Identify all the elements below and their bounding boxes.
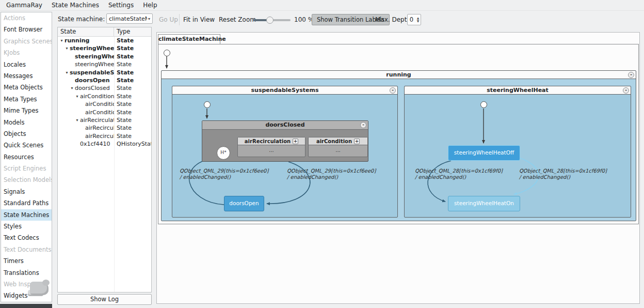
sidebar-item-standard-paths[interactable]: Standard Paths (1, 197, 52, 209)
max-depth-value: 0 (408, 14, 415, 25)
sidebar-item-quick-scenes[interactable]: Quick Scenes (1, 140, 52, 151)
collapse-button[interactable]: - (360, 122, 366, 128)
collapse-button[interactable]: - (623, 87, 629, 94)
tree-row[interactable]: ▾running State (58, 37, 151, 44)
state-tree-table: State Type ▾running State ▾steeringWheel… (57, 27, 152, 292)
transition-label[interactable]: QObject_QML_29[this=0x1cf6ee0] / enabled… (287, 168, 376, 180)
tree-row[interactable]: ▾doorsOpen State (58, 76, 151, 84)
state-diagram-canvas[interactable]: climateStateMachine running - suspendabl… (156, 32, 640, 304)
max-depth-spinbox[interactable]: 0 ▲ ▼ (407, 14, 421, 25)
combobox-value: climateStateMachine (109, 16, 147, 22)
state-running-header[interactable]: running - (162, 71, 636, 79)
chevron-down-icon: ▾ (147, 17, 150, 21)
expand-button[interactable]: + (354, 138, 360, 144)
sidebar-item-objects[interactable]: Objects (1, 128, 52, 140)
zoom-percent-label: 100 % (294, 16, 314, 23)
menu-gammaray[interactable]: GammaRay (2, 1, 46, 10)
column-header-state[interactable]: State (58, 27, 114, 36)
sidebar-item-meta-types[interactable]: Meta Types (1, 94, 52, 105)
sidebar-item-styles[interactable]: Styles (1, 221, 52, 232)
spinner-down-icon[interactable]: ▼ (417, 20, 420, 23)
tree-row[interactable]: ▾airConditionOff State (58, 100, 151, 108)
sidebar-item-actions: Actions (1, 12, 52, 24)
state-machine-label: State machine: (58, 16, 105, 23)
menubar: GammaRay State Machines Settings Help (0, 0, 644, 11)
zoom-slider-handle[interactable] (266, 17, 273, 24)
expand-button[interactable]: + (293, 138, 298, 144)
state-doors-closed-header[interactable]: doorsClosed - (202, 121, 368, 130)
tree-row[interactable]: ▾airRecirculation State (58, 116, 151, 124)
machine-root-tab[interactable]: climateStateMachine (158, 34, 220, 44)
expander-icon[interactable]: ▾ (74, 116, 80, 124)
tree-header: State Type (58, 27, 151, 37)
fit-in-view-button[interactable]: Fit in View (183, 16, 215, 23)
sidebar-item-graphics-scenes: Graphics Scenes (1, 36, 52, 47)
zoom-slider[interactable] (253, 16, 291, 24)
sidebar-item-text-documents: Text Documents (1, 244, 52, 255)
transition-label[interactable]: QObject_QML_28[this=0x1cf69f0] / enabled… (415, 168, 503, 180)
sidebar-item-script-engines: Script Engines (1, 163, 52, 174)
state-steering-wheel-heat-on[interactable]: steeringWheelHeatOn (448, 196, 520, 211)
sidebar-item-mime-types[interactable]: Mime Types (1, 105, 52, 116)
sidebar-item-selection-models: Selection Models (1, 174, 52, 186)
sidebar-item-meta-objects[interactable]: Meta Objects (1, 82, 52, 93)
tool-sidebar: Actions Font Browser Graphics Scenes KJo… (1, 12, 52, 302)
transition-label[interactable]: QObject_QML_29[this=0x1cf6ee0] / enabled… (180, 168, 268, 180)
tree-row[interactable]: ▾suspendableS... State (58, 69, 151, 76)
sidebar-item-timers[interactable]: Timers (1, 255, 52, 267)
state-machine-combobox[interactable]: climateStateMachine ▾ (106, 13, 153, 24)
history-state-icon[interactable]: H* (217, 146, 230, 160)
expander-icon[interactable]: ▾ (64, 44, 70, 52)
initial-state-icon[interactable] (204, 101, 211, 108)
sidebar-item-kjobs: KJobs (1, 47, 52, 58)
state-steering-header[interactable]: steeringWheelHeat - (405, 86, 631, 95)
tree-row[interactable]: ▾steeringWhe... State (58, 53, 151, 60)
sidebar-item-messages[interactable]: Messages (1, 70, 52, 82)
column-header-type[interactable]: Type (114, 27, 151, 36)
expander-icon[interactable]: ▾ (74, 93, 80, 100)
tree-row[interactable]: ▾steeringWheelH... State (58, 60, 151, 68)
collapse-button[interactable]: - (628, 72, 634, 78)
tree-row[interactable]: ▾airRecirculat... State (58, 132, 151, 140)
expander-icon[interactable]: ▾ (64, 69, 70, 76)
initial-state-icon[interactable] (480, 101, 487, 108)
state-air-condition[interactable]: airCondition + ... (308, 137, 368, 157)
state-doors-open[interactable]: doorsOpen (224, 196, 264, 211)
sidebar-item-locales[interactable]: Locales (1, 59, 52, 70)
menu-help[interactable]: Help (139, 1, 161, 10)
state-steering-wheel-heat-off[interactable]: steeringWheelHeatOff (448, 145, 520, 161)
sidebar-item-translations[interactable]: Translations (1, 267, 52, 279)
collapsed-content: ... (238, 145, 305, 156)
sidebar-item-resources[interactable]: Resources (1, 151, 52, 163)
expander-icon[interactable]: ▾ (69, 84, 75, 92)
state-suspendable-header[interactable]: suspendableSystems - (172, 86, 397, 95)
show-log-button[interactable]: Show Log (57, 294, 152, 305)
gammaray-window: GammaRay State Machines Settings Help Ac… (0, 0, 644, 308)
menu-settings[interactable]: Settings (104, 1, 138, 10)
sidebar-item-text-codecs[interactable]: Text Codecs (1, 232, 52, 243)
reset-zoom-button[interactable]: Reset Zoom (219, 16, 256, 23)
state-air-recirculation[interactable]: airRecirculation + ... (237, 137, 305, 157)
collapse-button[interactable]: - (390, 87, 396, 94)
tree-row[interactable]: ▾airRecirculat... State (58, 124, 151, 132)
tree-row[interactable]: ▾doorsClosed State (58, 84, 151, 92)
expander-icon[interactable]: ▾ (59, 37, 65, 44)
tree-row[interactable]: ▾airCondition State (58, 93, 151, 100)
window-edge (0, 304, 52, 308)
tree-row[interactable]: ▾0x1cf4410 QHistoryState (58, 140, 151, 148)
toolbar-separator (179, 14, 180, 25)
go-up-button: Go Up (159, 16, 178, 23)
collapsed-content: ... (309, 145, 367, 156)
tree-row[interactable]: ▾steeringWheel... State (58, 44, 151, 52)
transition-label[interactable]: QObject_QML_28[this=0x1cf69f0] / enabled… (519, 168, 607, 180)
initial-state-icon[interactable] (164, 50, 170, 56)
tree-row[interactable]: ▾airConditionOn State (58, 109, 151, 116)
sidebar-item-models[interactable]: Models (1, 117, 52, 128)
menu-state-machines[interactable]: State Machines (47, 1, 103, 10)
sidebar-item-font-browser[interactable]: Font Browser (1, 24, 52, 35)
gammaray-probe-icon (28, 279, 52, 299)
sidebar-item-state-machines[interactable]: State Machines (1, 209, 52, 221)
sidebar-item-signals[interactable]: Signals (1, 186, 52, 197)
